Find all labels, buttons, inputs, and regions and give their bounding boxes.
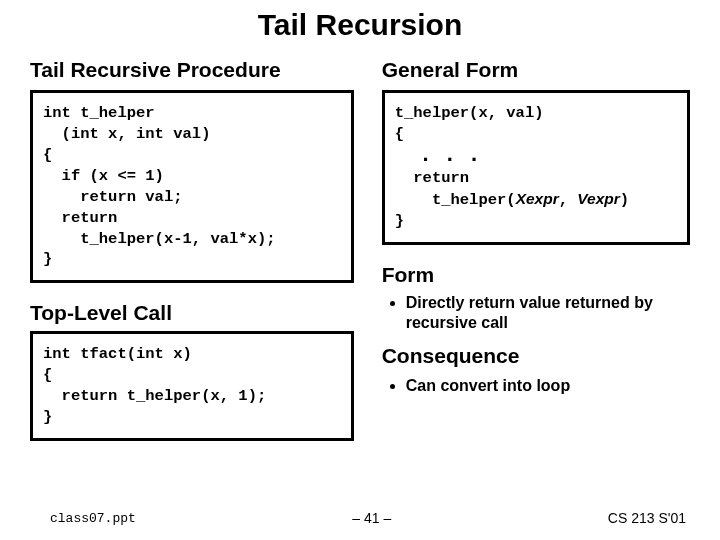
right-column: General Form t_helper(x, val) { . . . re… <box>382 52 690 441</box>
heading-top-level-call: Top-Level Call <box>30 301 354 325</box>
placeholder-xexpr: Xexpr <box>516 190 559 207</box>
placeholder-vexpr: Vexpr <box>577 190 620 207</box>
footer-page-number: – 41 – <box>352 510 391 526</box>
left-column: Tail Recursive Procedure int t_helper (i… <box>30 52 354 441</box>
footer-course: CS 213 S'01 <box>608 510 686 526</box>
code-tfact: int tfact(int x) { return t_helper(x, 1)… <box>30 331 354 441</box>
consequence-bullet-list: Can convert into loop <box>382 376 690 397</box>
content-columns: Tail Recursive Procedure int t_helper (i… <box>30 52 690 441</box>
code-general-form: t_helper(x, val) { . . . return t_helper… <box>382 90 690 245</box>
heading-general-form: General Form <box>382 58 690 82</box>
heading-consequence: Consequence <box>382 344 690 368</box>
form-bullet-item: Directly return value returned by recurs… <box>406 293 690 335</box>
slide: Tail Recursion Tail Recursive Procedure … <box>0 0 720 540</box>
heading-form: Form <box>382 263 690 287</box>
slide-title: Tail Recursion <box>30 8 690 42</box>
footer-filename: class07.ppt <box>50 511 136 526</box>
consequence-bullet-item: Can convert into loop <box>406 376 690 397</box>
slide-footer: class07.ppt – 41 – CS 213 S'01 <box>0 510 720 526</box>
gen-sep: , <box>559 191 578 209</box>
ellipsis-icon: . . . <box>423 141 484 166</box>
code-t-helper: int t_helper (int x, int val) { if (x <=… <box>30 90 354 283</box>
gen-line4-pre: t_helper( <box>395 191 516 209</box>
gen-line2: { <box>395 125 404 143</box>
gen-line3: return <box>395 169 469 187</box>
form-bullet-list: Directly return value returned by recurs… <box>382 293 690 335</box>
gen-line4-post: ) <box>620 191 629 209</box>
gen-line1: t_helper(x, val) <box>395 104 544 122</box>
gen-line5: } <box>395 212 404 230</box>
heading-tail-recursive-procedure: Tail Recursive Procedure <box>30 58 354 82</box>
